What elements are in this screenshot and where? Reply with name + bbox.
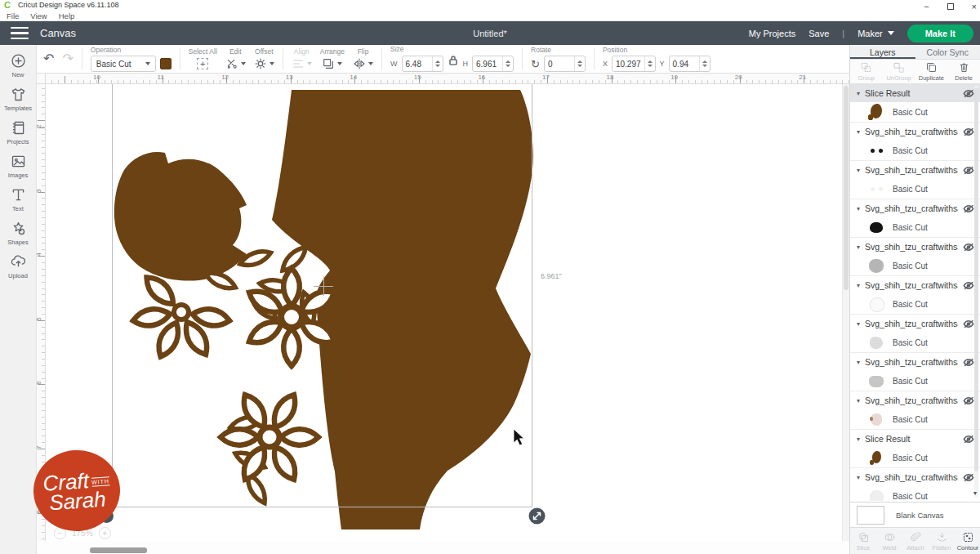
make-it-button[interactable]: Make It: [907, 25, 973, 42]
canvas-artwork[interactable]: [46, 84, 849, 541]
bottom-action-button[interactable]: Slice: [850, 528, 876, 554]
layer-group[interactable]: ▾ Svg_shih_tzu_craftwithsar... Basic Cut: [850, 391, 980, 430]
layer-action-button[interactable]: UnGroup: [883, 60, 915, 83]
sidebar-item[interactable]: Text: [0, 186, 37, 212]
chevron-down-icon[interactable]: ▾: [857, 90, 860, 97]
lock-icon[interactable]: [448, 55, 458, 66]
layer-header[interactable]: ▾ Slice Result: [850, 84, 980, 102]
menu-item[interactable]: File: [7, 11, 19, 20]
my-projects-link[interactable]: My Projects: [749, 29, 795, 38]
resize-handle[interactable]: [528, 507, 546, 525]
align-button[interactable]: Align: [292, 47, 312, 71]
layer-header[interactable]: ▾ Svg_shih_tzu_craftwithsar...: [850, 315, 980, 333]
eye-icon[interactable]: [963, 396, 974, 405]
layer-group[interactable]: ▾ Svg_shih_tzu_craftwithsar... Basic Cut: [850, 315, 980, 353]
eye-icon[interactable]: [963, 243, 974, 252]
layer-sublayer[interactable]: Basic Cut: [850, 294, 980, 314]
chevron-down-icon[interactable]: ▾: [857, 320, 860, 328]
sidebar-item[interactable]: New: [0, 52, 37, 78]
eye-icon[interactable]: [963, 281, 974, 290]
bottom-action-button[interactable]: Attach: [902, 528, 929, 554]
eye-icon[interactable]: [963, 89, 974, 98]
layer-sublayer[interactable]: Basic Cut: [850, 179, 980, 199]
flip-button[interactable]: Flip: [353, 47, 373, 71]
layer-header[interactable]: ▾ Svg_shih_tzu_craftwithsar...: [850, 123, 980, 141]
save-link[interactable]: Save: [808, 29, 829, 38]
layer-action-button[interactable]: Group: [850, 60, 883, 83]
tab-layers[interactable]: Layers: [850, 45, 915, 59]
color-swatch[interactable]: [160, 58, 172, 69]
eye-icon[interactable]: [963, 166, 974, 175]
redo-button[interactable]: ↷: [62, 52, 73, 65]
chevron-down-icon[interactable]: ▾: [857, 359, 860, 366]
layer-action-button[interactable]: Duplicate: [915, 60, 948, 83]
layer-sublayer[interactable]: Basic Cut: [850, 486, 980, 501]
maximize-button[interactable]: [947, 3, 954, 10]
bottom-action-button[interactable]: Weld: [876, 528, 902, 554]
layer-group[interactable]: ▾ Svg_shih_tzu_craftwithsar... Basic Cut: [850, 468, 980, 501]
position-y-stepper[interactable]: 0.94: [669, 56, 710, 72]
layer-header[interactable]: ▾ Slice Result: [850, 430, 980, 448]
layer-header[interactable]: ▾ Svg_shih_tzu_craftwithsar...: [850, 468, 980, 486]
layer-group[interactable]: ▾ Svg_shih_tzu_craftwithsar... Basic Cut: [850, 199, 980, 238]
sidebar-item[interactable]: Images: [0, 153, 37, 179]
layer-header[interactable]: ▾ Svg_shih_tzu_craftwithsar...: [850, 199, 980, 217]
layer-header[interactable]: ▾ Svg_shih_tzu_craftwithsar...: [850, 238, 980, 256]
scroll-down-chevron-icon[interactable]: ▾: [973, 489, 977, 497]
layer-sublayer[interactable]: Basic Cut: [850, 333, 980, 352]
offset-button[interactable]: Offset: [254, 47, 274, 71]
layer-group[interactable]: ▾ Svg_shih_tzu_craftwithsar... Basic Cut: [850, 353, 980, 391]
layer-group[interactable]: ▾ Svg_shih_tzu_craftwithsar... Basic Cut: [850, 161, 980, 199]
layer-sublayer[interactable]: Basic Cut: [850, 256, 980, 275]
horizontal-scrollbar-thumb[interactable]: [90, 547, 147, 553]
width-stepper[interactable]: 6.48: [402, 56, 443, 72]
eye-icon[interactable]: [963, 127, 974, 136]
chevron-down-icon[interactable]: ▾: [857, 282, 860, 289]
sidebar-item[interactable]: Upload: [0, 253, 37, 279]
eye-icon[interactable]: [963, 473, 974, 482]
layer-group[interactable]: ▾ Svg_shih_tzu_craftwithsar... Basic Cut: [850, 123, 980, 161]
edit-button[interactable]: Edit: [225, 47, 246, 71]
zoom-in-button[interactable]: +: [99, 527, 111, 539]
chevron-down-icon[interactable]: ▾: [857, 128, 860, 136]
layer-group[interactable]: ▾ Slice Result Basic Cut: [850, 84, 980, 123]
layers-scrollbar[interactable]: [974, 86, 978, 498]
canvas-vertical-scrollbar[interactable]: [842, 84, 849, 541]
rotate-icon[interactable]: ↻: [531, 58, 540, 70]
chevron-down-icon[interactable]: ▾: [857, 243, 860, 251]
layer-sublayer[interactable]: Basic Cut: [850, 217, 980, 237]
layer-group[interactable]: ▾ Svg_shih_tzu_craftwithsar... Basic Cut: [850, 238, 980, 276]
chevron-down-icon[interactable]: ▾: [857, 436, 860, 443]
tab-color-sync[interactable]: Color Sync: [915, 45, 980, 59]
eye-icon[interactable]: [963, 435, 974, 444]
layer-group[interactable]: ▾ Svg_shih_tzu_craftwithsar... Basic Cut: [850, 276, 980, 315]
operation-select[interactable]: Basic Cut: [91, 56, 156, 72]
eye-icon[interactable]: [963, 204, 974, 213]
machine-selector[interactable]: Maker: [858, 29, 894, 38]
sidebar-item[interactable]: Shapes: [0, 220, 37, 246]
design-canvas[interactable]: 6.961": [46, 84, 849, 541]
layer-sublayer[interactable]: Basic Cut: [850, 409, 980, 429]
eye-icon[interactable]: [963, 358, 974, 367]
menu-item[interactable]: View: [30, 11, 47, 20]
rotate-stepper[interactable]: 0: [544, 56, 586, 72]
layer-header[interactable]: ▾ Svg_shih_tzu_craftwithsar...: [850, 161, 980, 179]
sidebar-item[interactable]: Projects: [0, 119, 37, 145]
chevron-down-icon[interactable]: ▾: [857, 474, 860, 481]
position-x-stepper[interactable]: 10.297: [612, 56, 656, 72]
layer-header[interactable]: ▾ Svg_shih_tzu_craftwithsar...: [850, 353, 980, 371]
chevron-down-icon[interactable]: ▾: [857, 167, 860, 174]
sidebar-item[interactable]: Templates: [0, 86, 37, 112]
layer-sublayer[interactable]: Basic Cut: [850, 102, 980, 122]
eye-icon[interactable]: [963, 319, 974, 328]
layer-sublayer[interactable]: Basic Cut: [850, 141, 980, 160]
select-all-button[interactable]: Select All +: [189, 47, 217, 71]
chevron-down-icon[interactable]: ▾: [857, 397, 860, 404]
undo-button[interactable]: ↶: [43, 52, 54, 65]
layer-group[interactable]: ▾ Slice Result Basic Cut: [850, 430, 980, 468]
layer-action-button[interactable]: Delete: [947, 60, 980, 83]
layer-sublayer[interactable]: Basic Cut: [850, 448, 980, 467]
arrange-button[interactable]: Arrange: [320, 47, 345, 71]
bottom-action-button[interactable]: Flatten: [929, 528, 955, 554]
layer-header[interactable]: ▾ Svg_shih_tzu_craftwithsar...: [850, 276, 980, 294]
